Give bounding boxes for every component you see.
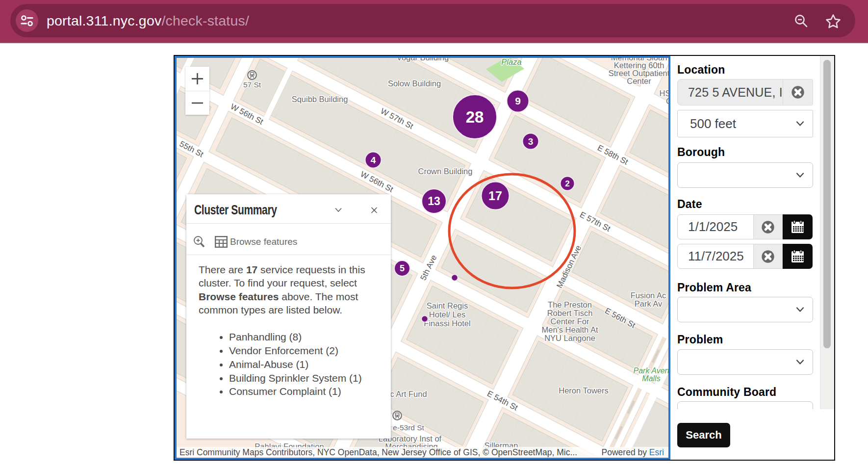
svg-text:Solow Building: Solow Building [388,79,441,88]
svg-text:Vogar Building: Vogar Building [397,58,449,62]
svg-text:Hotel/ Les: Hotel/ Les [429,310,465,319]
svg-text:9: 9 [515,95,521,106]
svg-text:Plaza: Plaza [501,58,521,66]
svg-text:C: C [666,97,668,105]
svg-text:Center For: Center For [551,317,589,326]
svg-text:NYU Langone: NYU Langone [544,334,595,342]
svg-text:Malls: Malls [642,374,660,383]
svg-text:Saint Regis: Saint Regis [427,301,468,310]
svg-text:c Art Fund: c Art Fund [390,390,427,398]
svg-text:Fusion Ac: Fusion Ac [631,291,666,300]
svg-text:13: 13 [428,195,440,208]
svg-text:3: 3 [528,136,534,147]
svg-text:Crown Building: Crown Building [418,167,473,176]
svg-text:57 St: 57 St [243,80,261,89]
svg-text:17: 17 [488,189,502,203]
svg-text:Center: Center [627,77,651,85]
svg-text:Heron Towers: Heron Towers [559,386,609,395]
svg-text:5: 5 [400,263,405,273]
svg-text:Men's Health At: Men's Health At [541,325,598,334]
svg-text:Park Av: Park Av [635,299,663,308]
svg-text:Park Aven: Park Aven [634,366,668,375]
svg-text:4: 4 [371,155,376,165]
svg-text:The Preston: The Preston [548,300,592,309]
svg-text:e-53rd St: e-53rd St [393,423,424,432]
svg-text:Finassi Hotel: Finassi Hotel [424,319,470,328]
svg-text:28: 28 [466,108,484,126]
svg-text:Squibb Building: Squibb Building [292,95,348,104]
svg-text:2: 2 [565,179,569,188]
svg-text:Robert Tisch: Robert Tisch [547,309,593,317]
